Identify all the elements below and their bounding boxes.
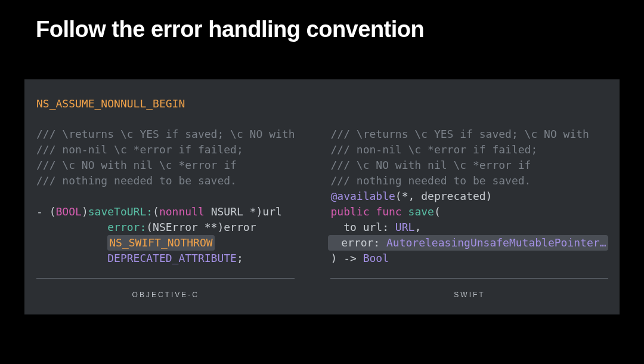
swift-comment-1: /// \returns \c YES if saved; \c NO with [330,127,608,142]
code-columns: /// \returns \c YES if saved; \c NO with… [36,127,608,303]
to-url-label: to url: [343,221,395,233]
swift-column: /// \returns \c YES if saved; \c NO with… [330,127,608,303]
objc-column: /// \returns \c YES if saved; \c NO with… [36,127,295,303]
method-savetourl: saveToURL: [88,205,153,218]
objc-signature-line-3: NS_SWIFT_NOTHROW [36,235,295,251]
swift-available-line: @available(*, deprecated) [330,189,608,204]
func-keyword: func [376,205,401,218]
url-type: URL [395,221,415,233]
objc-signature-line-4: DEPRECATED_ATTRIBUTE; [36,251,295,266]
ns-swift-nothrow-badge: NS_SWIFT_NOTHROW [107,235,214,251]
objc-signature-line-1: - (BOOL)saveToURL:(nonnull NSURL *)url [36,204,295,220]
bool-type: Bool [363,252,389,264]
close-arrow: ) -> [330,252,363,264]
error-label: error: [341,236,386,249]
objc-comment-2: /// non-nil \c *error if failed; [36,142,295,158]
code-panel: NS_ASSUME_NONNULL_BEGIN /// \returns \c … [24,79,620,314]
swift-comment-4: /// nothing needed to be saved. [330,173,608,189]
swift-comment-3: /// \c NO with nil \c *error if [330,158,608,173]
nserror-param: (NSError **)error [146,221,256,233]
swift-comment-2: /// non-nil \c *error if failed; [330,142,608,158]
objc-label: OBJECTIVE-C [36,279,295,303]
available-attribute: @available [330,190,395,202]
nsurl-param: NSURL *)url [205,205,282,218]
swift-return-line: ) -> Bool [330,251,608,266]
nonnull-macro: NS_ASSUME_NONNULL_BEGIN [36,97,608,127]
open-paren: ( [153,205,159,218]
objc-signature-line-2: error:(NSError **)error [36,220,295,235]
swift-func-decl-line: public func save( [330,204,608,220]
error-type: AutoreleasingUnsafeMutablePointer… [386,236,606,249]
objc-comment-4: /// nothing needed to be saved. [36,173,295,189]
objc-comment-1: /// \returns \c YES if saved; \c NO with [36,127,295,142]
public-keyword: public [330,205,369,218]
swift-param-error-line-highlight: error: AutoreleasingUnsafeMutablePointer… [328,235,608,251]
available-args: (*, deprecated) [395,190,493,202]
save-func-name: save [408,205,434,218]
semicolon: ; [237,252,243,264]
open-paren: ( [434,205,441,218]
deprecated-attribute: DEPRECATED_ATTRIBUTE [107,252,237,264]
nonnull-keyword: nonnull [159,205,205,218]
dash: - ( [36,205,56,218]
objc-comment-3: /// \c NO with nil \c *error if [36,158,295,173]
close-paren: ) [82,205,88,218]
method-error: error: [107,221,146,233]
swift-label: SWIFT [330,279,608,303]
slide-title: Follow the error handling convention [0,0,644,42]
bool-type: BOOL [56,205,82,218]
swift-param-url-line: to url: URL, [330,220,608,235]
comma: , [414,221,421,233]
